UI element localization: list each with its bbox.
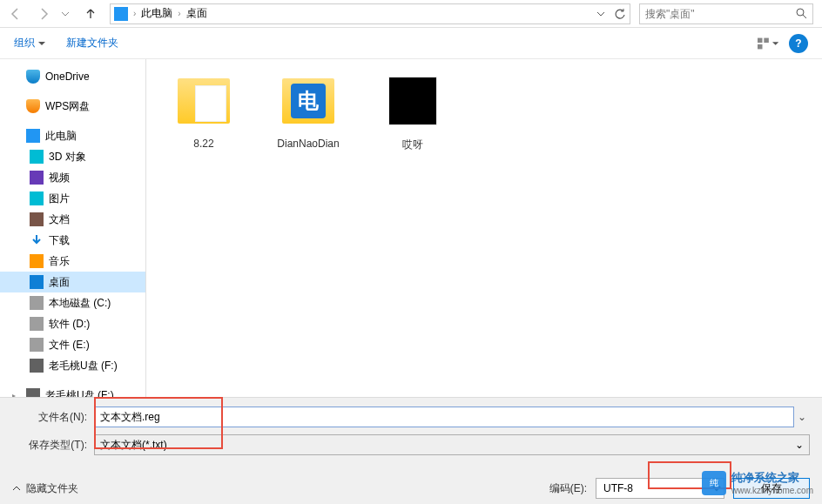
tree-item[interactable]: 老毛桃U盘 (F:): [0, 355, 145, 376]
tree-item[interactable]: 本地磁盘 (C:): [0, 292, 145, 313]
svg-point-0: [797, 9, 804, 16]
pc-icon: [26, 129, 40, 143]
folder-icon: [30, 212, 44, 226]
search-input[interactable]: [640, 8, 790, 20]
tree-onedrive[interactable]: OneDrive: [0, 66, 145, 87]
file-thumbnail: [381, 70, 444, 132]
watermark-logo-icon: 纯: [702, 471, 726, 495]
file-item[interactable]: 哎呀: [371, 70, 455, 152]
tree-item[interactable]: 音乐: [0, 251, 145, 272]
chevron-right-icon[interactable]: ›: [131, 9, 138, 18]
forward-button: [31, 3, 56, 25]
folder-icon: [30, 317, 44, 331]
breadcrumb-dropdown[interactable]: [591, 4, 610, 24]
filename-dropdown[interactable]: ⌄: [794, 411, 810, 423]
address-bar[interactable]: › 此电脑 › 桌面: [110, 3, 630, 24]
search-box: [639, 3, 813, 24]
expand-icon[interactable]: ▸: [12, 392, 21, 398]
folder-icon: [30, 150, 44, 164]
dropdown-icon: ⌄: [795, 439, 804, 451]
folder-icon: [30, 338, 44, 352]
back-button[interactable]: [3, 3, 28, 25]
tree-item[interactable]: 3D 对象: [0, 146, 145, 167]
view-options-button[interactable]: [758, 33, 778, 54]
tree-item[interactable]: 视频: [0, 167, 145, 188]
filename-label: 文件名(N):: [12, 410, 94, 425]
file-item[interactable]: 8.22: [162, 70, 246, 150]
folder-icon: [30, 171, 44, 185]
file-label: DianNaoDian: [277, 138, 339, 150]
new-folder-button[interactable]: 新建文件夹: [66, 36, 118, 50]
save-panel: 文件名(N): ⌄ 保存类型(T): 文本文档(*.txt) ⌄ 隐藏文件夹 编…: [0, 397, 822, 504]
watermark: 纯 纯净系统之家 www.kzmyhome.com: [702, 470, 813, 495]
breadcrumb-item[interactable]: 此电脑: [138, 6, 176, 21]
downloads-icon: [30, 233, 44, 247]
folder-icon: [30, 192, 44, 205]
file-item[interactable]: DianNaoDian: [266, 70, 350, 150]
up-button[interactable]: [80, 3, 101, 25]
organize-button[interactable]: 组织: [14, 36, 45, 50]
folder-icon: [30, 296, 44, 310]
filetype-select[interactable]: 文本文档(*.txt) ⌄: [94, 434, 810, 455]
tree-item[interactable]: 软件 (D:): [0, 313, 145, 334]
file-label: 哎呀: [402, 138, 423, 152]
main-area: OneDrive WPS网盘 此电脑 3D 对象视频图片文档下载音乐桌面本地磁盘…: [0, 59, 822, 397]
toolbar: 组织 新建文件夹 ?: [0, 28, 822, 59]
cloud-icon: [26, 99, 40, 113]
location-icon: [114, 7, 128, 21]
svg-rect-1: [758, 37, 763, 43]
tree-item[interactable]: 图片: [0, 188, 145, 209]
search-icon[interactable]: [790, 4, 812, 24]
refresh-button[interactable]: [610, 4, 630, 24]
tree-item[interactable]: 文档: [0, 209, 145, 230]
filetype-label: 保存类型(T):: [12, 438, 94, 453]
recent-dropdown[interactable]: [59, 3, 71, 25]
tree-this-pc[interactable]: 此电脑: [0, 125, 145, 146]
tree-wps[interactable]: WPS网盘: [0, 96, 145, 117]
encoding-label: 编码(E):: [549, 481, 587, 496]
usb-icon: [26, 388, 40, 397]
folder-icon: [30, 254, 44, 268]
folder-icon: [30, 275, 44, 289]
folder-icon: [30, 359, 44, 373]
svg-rect-3: [758, 44, 763, 49]
file-thumbnail: [172, 70, 235, 132]
chevron-right-icon[interactable]: ›: [176, 9, 182, 18]
folder-tree: OneDrive WPS网盘 此电脑 3D 对象视频图片文档下载音乐桌面本地磁盘…: [0, 59, 146, 397]
file-label: 8.22: [193, 138, 213, 150]
chevron-up-icon: [12, 484, 21, 493]
navigation-bar: › 此电脑 › 桌面: [0, 0, 822, 28]
tree-item[interactable]: 下载: [0, 230, 145, 251]
file-thumbnail: [277, 70, 340, 132]
tree-usb-root[interactable]: ▸ 老毛桃U盘 (F:): [0, 385, 145, 397]
tree-item[interactable]: 桌面: [0, 272, 145, 292]
cloud-icon: [26, 70, 40, 84]
breadcrumb-item[interactable]: 桌面: [183, 6, 211, 21]
dropdown-icon: [38, 40, 45, 47]
file-list[interactable]: 8.22DianNaoDian哎呀: [146, 59, 822, 397]
breadcrumb: › 此电脑 › 桌面: [131, 6, 591, 21]
filename-input[interactable]: [94, 407, 794, 427]
hide-folders-button[interactable]: 隐藏文件夹: [12, 481, 78, 496]
help-button[interactable]: ?: [789, 34, 808, 53]
svg-rect-2: [764, 37, 769, 43]
tree-item[interactable]: 文件 (E:): [0, 334, 145, 355]
